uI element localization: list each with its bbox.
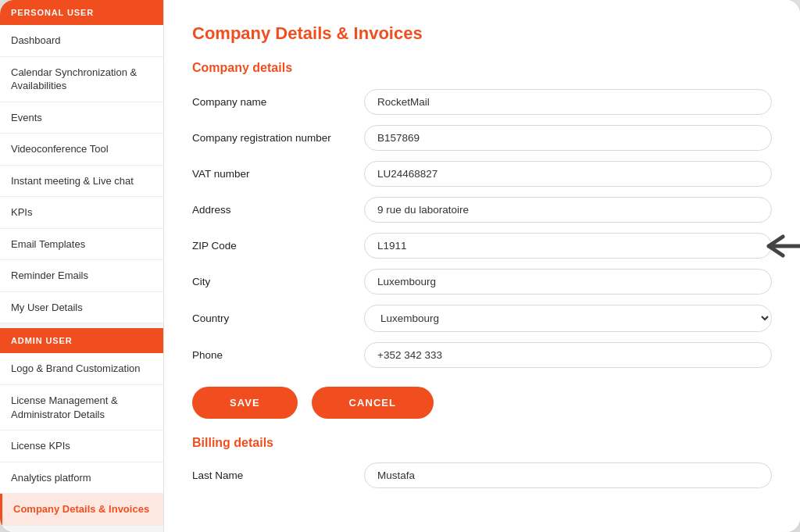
- sidebar-item-license-kpis[interactable]: License KPIs: [0, 430, 163, 462]
- zip-input[interactable]: [364, 233, 772, 259]
- sidebar-item-company-details[interactable]: Company Details & Invoices: [0, 494, 163, 526]
- zip-row: ZIP Code 3: [192, 233, 772, 259]
- sidebar-item-reminder-emails[interactable]: Reminder Emails: [0, 260, 163, 292]
- personal-user-header: PERSONAL USER: [0, 0, 163, 25]
- city-row: City: [192, 269, 772, 295]
- city-label: City: [192, 276, 364, 287]
- company-name-row: Company name: [192, 89, 772, 115]
- vat-label: VAT number: [192, 168, 364, 180]
- arrow-icon: [761, 232, 800, 260]
- sidebar-item-logo-brand[interactable]: Logo & Brand Customization: [0, 353, 163, 385]
- billing-section-title: Billing details: [192, 436, 772, 450]
- sidebar-item-instant-meeting[interactable]: Instant meeting & Live chat: [0, 166, 163, 198]
- phone-input[interactable]: [364, 342, 772, 368]
- sidebar-item-calendar[interactable]: Calendar Synchronization & Availabilitie…: [0, 57, 163, 102]
- page-title: Company Details & Invoices: [192, 23, 772, 44]
- lastname-label: Last Name: [192, 470, 364, 481]
- company-name-label: Company name: [192, 96, 364, 108]
- company-reg-label: Company registration number: [192, 132, 364, 144]
- admin-user-header: ADMIN USER: [0, 328, 163, 353]
- phone-label: Phone: [192, 349, 364, 361]
- main-content: Company Details & Invoices Company detai…: [164, 0, 800, 532]
- company-section-title: Company details: [192, 61, 772, 75]
- company-reg-row: Company registration number: [192, 125, 772, 151]
- sidebar-item-videoconference[interactable]: Videoconference Tool: [0, 134, 163, 166]
- phone-row: Phone: [192, 342, 772, 368]
- lastname-input[interactable]: [364, 462, 772, 488]
- address-row: Address: [192, 197, 772, 223]
- zip-label: ZIP Code: [192, 240, 364, 252]
- country-select[interactable]: Luxembourg France Germany Belgium: [364, 305, 772, 332]
- sidebar: PERSONAL USER Dashboard Calendar Synchro…: [0, 0, 164, 532]
- sidebar-item-kpis[interactable]: KPIs: [0, 197, 163, 229]
- sidebar-item-events[interactable]: Events: [0, 102, 163, 134]
- app-window: PERSONAL USER Dashboard Calendar Synchro…: [0, 0, 800, 532]
- address-input[interactable]: [364, 197, 772, 223]
- vat-row: VAT number: [192, 161, 772, 187]
- sidebar-item-my-user-details[interactable]: My User Details: [0, 292, 163, 324]
- save-button[interactable]: SAVE: [192, 387, 298, 419]
- zip-input-area: 3: [364, 233, 772, 259]
- lastname-row: Last Name: [192, 462, 772, 488]
- sidebar-item-dashboard[interactable]: Dashboard: [0, 25, 163, 57]
- sidebar-item-analytics-platform[interactable]: Analytics platform: [0, 462, 163, 495]
- country-row: Country Luxembourg France Germany Belgiu…: [192, 305, 772, 332]
- company-reg-input[interactable]: [364, 125, 772, 151]
- cancel-button[interactable]: CANCEL: [312, 387, 434, 419]
- arrow-annotation: 3: [761, 231, 800, 261]
- button-row: SAVE CANCEL: [192, 387, 772, 419]
- vat-input[interactable]: [364, 161, 772, 187]
- city-input[interactable]: [364, 269, 772, 295]
- address-label: Address: [192, 204, 364, 216]
- country-label: Country: [192, 312, 364, 324]
- company-name-input[interactable]: [364, 89, 772, 115]
- sidebar-item-email-templates[interactable]: Email Templates: [0, 229, 163, 261]
- sidebar-item-license-management[interactable]: License Management & Administrator Detai…: [0, 385, 163, 430]
